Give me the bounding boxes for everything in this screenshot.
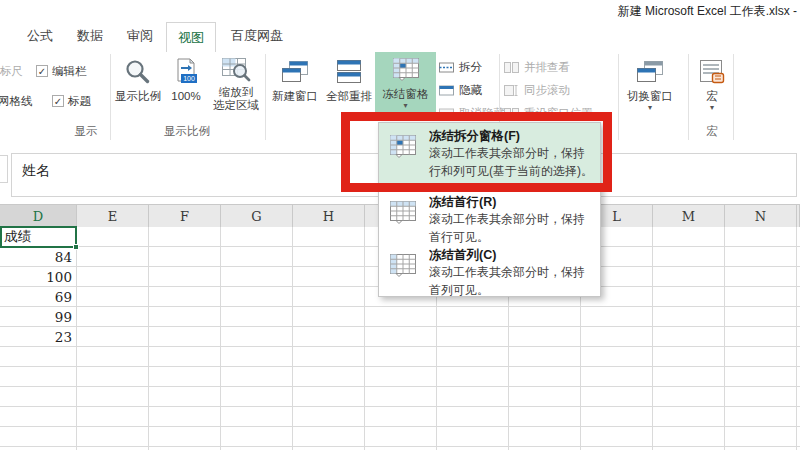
grid-cell[interactable] (149, 287, 221, 307)
split-button[interactable]: 拆分 (438, 58, 482, 76)
grid-cell[interactable] (0, 367, 77, 387)
zoom-button[interactable]: 显示比例 (113, 54, 163, 116)
grid-cell[interactable] (293, 367, 365, 387)
grid-cell[interactable] (437, 427, 509, 447)
grid-cell[interactable] (0, 427, 77, 447)
grid-cell[interactable] (365, 367, 437, 387)
grid-cell[interactable] (437, 347, 509, 367)
grid-cell[interactable] (365, 407, 437, 427)
tab-baidu-netdisk[interactable]: 百度网盘 (218, 22, 296, 50)
grid-cell[interactable] (653, 367, 725, 387)
freeze-panes-button[interactable]: 冻结窗格 ▾ (375, 52, 436, 116)
column-header[interactable]: N (725, 205, 797, 228)
grid-cell[interactable] (221, 267, 293, 287)
grid-cell[interactable] (221, 327, 293, 347)
grid-cell[interactable] (509, 407, 581, 427)
column-header[interactable]: M (653, 205, 725, 228)
grid-cell[interactable] (725, 327, 797, 347)
tab-view[interactable]: 视图 (166, 22, 216, 52)
grid-cell[interactable] (653, 247, 725, 267)
grid-cell[interactable] (653, 347, 725, 367)
column-header[interactable]: H (293, 205, 365, 228)
grid-cell[interactable] (365, 427, 437, 447)
grid-cell[interactable] (293, 267, 365, 287)
grid-cell[interactable] (221, 387, 293, 407)
formula-bar-checkbox-item[interactable]: ✓ 编辑栏 (36, 62, 87, 80)
grid-cell[interactable] (653, 427, 725, 447)
hide-button[interactable]: 隐藏 (438, 81, 482, 99)
grid-cell[interactable] (725, 427, 797, 447)
grid-cell[interactable] (725, 347, 797, 367)
tab-formulas[interactable]: 公式 (14, 22, 66, 50)
grid-cell[interactable] (149, 387, 221, 407)
grid-cell[interactable] (581, 347, 653, 367)
switch-windows-button[interactable]: 切换窗口 ▾ (621, 54, 679, 116)
ruler-checkbox-item[interactable]: 标尺 (0, 62, 23, 80)
grid-cell[interactable] (653, 307, 725, 327)
zoom-100-button[interactable]: 100 100% (164, 54, 208, 116)
grid-cell[interactable] (77, 267, 149, 287)
grid-cell[interactable] (581, 407, 653, 427)
grid-cell[interactable]: 84 (0, 247, 77, 267)
grid-cell[interactable] (653, 387, 725, 407)
grid-cell[interactable] (293, 227, 365, 247)
grid-cell[interactable] (725, 267, 797, 287)
grid-cell[interactable] (437, 407, 509, 427)
grid-cell[interactable] (221, 307, 293, 327)
gridlines-checkbox-item[interactable]: ✓ 网格线 (0, 92, 33, 110)
grid-cell[interactable]: 100 (0, 267, 77, 287)
grid-cell[interactable] (581, 367, 653, 387)
grid-cell[interactable] (437, 307, 509, 327)
grid-cell[interactable] (437, 327, 509, 347)
grid-cell[interactable] (365, 307, 437, 327)
grid-cell[interactable] (293, 327, 365, 347)
grid-cell[interactable] (653, 287, 725, 307)
grid-cell[interactable] (725, 287, 797, 307)
grid-cell[interactable]: 99 (0, 307, 77, 327)
grid-cell[interactable] (725, 367, 797, 387)
grid-cell[interactable] (293, 347, 365, 367)
formula-bar-checkbox[interactable]: ✓ (36, 65, 48, 77)
grid-cell[interactable] (653, 327, 725, 347)
grid-cell[interactable] (653, 407, 725, 427)
grid-cell[interactable] (293, 427, 365, 447)
menu-item-freeze-top-row[interactable]: 冻结首行(R) 滚动工作表其余部分时，保持 首行可见。 (379, 189, 600, 242)
grid-cell[interactable] (509, 307, 581, 327)
grid-cell[interactable] (509, 387, 581, 407)
grid-cell[interactable] (293, 387, 365, 407)
grid-cell[interactable] (221, 247, 293, 267)
grid-cell[interactable] (0, 407, 77, 427)
grid-cell[interactable] (77, 367, 149, 387)
grid-cell[interactable] (77, 287, 149, 307)
column-header[interactable]: E (77, 205, 149, 228)
grid-cell[interactable] (509, 367, 581, 387)
grid-cell[interactable] (725, 407, 797, 427)
grid-cell[interactable] (77, 347, 149, 367)
fill-handle[interactable] (73, 244, 79, 250)
grid-cell[interactable] (581, 387, 653, 407)
headings-checkbox[interactable]: ✓ (52, 95, 64, 107)
grid-cell[interactable] (509, 327, 581, 347)
grid-cell[interactable] (581, 427, 653, 447)
grid-cell[interactable] (149, 367, 221, 387)
grid-cell[interactable] (77, 407, 149, 427)
tab-data[interactable]: 数据 (64, 22, 116, 50)
grid-cell[interactable] (581, 307, 653, 327)
synchronous-scrolling-button[interactable]: 同步滚动 (503, 81, 570, 99)
grid-cell[interactable] (293, 407, 365, 427)
grid-cell[interactable] (221, 367, 293, 387)
grid-cell[interactable] (221, 347, 293, 367)
grid-cell[interactable] (149, 247, 221, 267)
grid-cell[interactable] (221, 427, 293, 447)
cell-selection[interactable] (0, 226, 77, 248)
grid-cell[interactable] (293, 307, 365, 327)
column-header[interactable]: F (149, 205, 221, 228)
grid-cell[interactable] (365, 387, 437, 407)
grid-cell[interactable] (0, 347, 77, 367)
menu-item-freeze-first-column[interactable]: 冻结首列(C) 滚动工作表其余部分时，保持 首列可见。 (379, 242, 600, 296)
grid-cell[interactable] (149, 427, 221, 447)
arrange-all-button[interactable]: 全部重排 (324, 54, 374, 116)
grid-cell[interactable] (149, 347, 221, 367)
grid-cell[interactable]: 23 (0, 327, 77, 347)
grid-cell[interactable] (149, 407, 221, 427)
